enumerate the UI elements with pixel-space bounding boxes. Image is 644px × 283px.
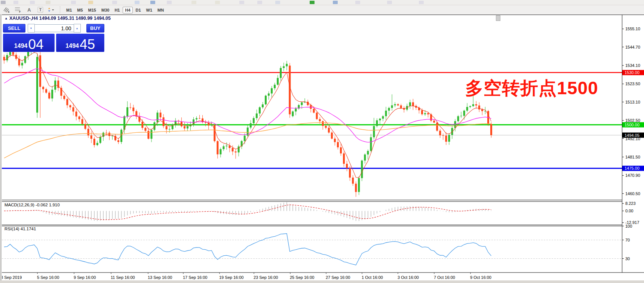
clipped-toolbar-icon [88,1,93,4]
candle-body [271,88,273,93]
candle-body [235,151,237,153]
volume-up-button[interactable]: ▲ [74,24,81,33]
candle-body [184,126,185,129]
ask-price-display[interactable]: 1494 45 [56,34,104,52]
text-box-icon[interactable]: T [36,6,45,13]
clipped-toolbar-icon [135,1,139,4]
volume-input[interactable] [35,24,74,32]
candle-body [21,63,23,65]
candle-body [436,123,438,131]
clipped-toolbar-icon [191,1,196,4]
x-tick-label: 9 Sep 16:00 [74,275,96,280]
candle-body [66,99,68,105]
clipped-toolbar-icon [13,1,18,4]
clipped-toolbar-row [0,0,644,5]
timeframe-button-M15[interactable]: M15 [86,7,98,13]
candle-body [319,119,321,121]
candle-body [93,139,95,145]
candle-body [15,55,17,59]
candle-body [463,111,465,116]
candle-body [36,57,38,113]
clipped-toolbar-icon [215,1,220,4]
ask-integer: 1494 [65,43,79,49]
candle-body [48,93,50,99]
candle-body [126,107,128,116]
candle-body [322,121,324,126]
indicators-icon[interactable]: E [2,6,11,13]
svg-text:T: T [39,8,42,12]
clipped-toolbar-icon [310,1,315,4]
candle-body [217,141,218,154]
x-tick-label: 9 Oct 16:00 [470,275,491,280]
candle-body [108,133,110,136]
candle-body [91,135,92,139]
sort-arrows-icon[interactable] [47,6,56,13]
grid-icon-letter: F [19,10,21,13]
candle-body [454,121,456,128]
timeframe-button-MN[interactable]: MN [155,7,166,13]
candle-body [132,108,134,111]
candle-body [69,105,71,107]
timeframe-button-M1[interactable]: M1 [64,7,74,13]
rsi-indicator-label: RSI(14) 41.1741 [4,227,36,231]
mt4-window: E F A T M1M5M15M30H1H4 [0,0,644,283]
candle-body [223,146,224,149]
candle-body [277,78,279,85]
candle-body [358,178,360,192]
candle-body [265,96,267,104]
macd-tick-label: 0.00 [625,209,633,213]
candle-body [39,55,41,87]
candle-body [367,151,369,155]
sell-button[interactable]: SELL [3,24,25,33]
timeframe-button-D1[interactable]: D1 [134,7,143,13]
candle-body [63,96,65,99]
candle-body [286,64,288,67]
timeframe-button-W1[interactable]: W1 [144,7,155,13]
candle-body [352,178,354,184]
candle-body [199,118,200,119]
candle-body [75,111,77,116]
one-click-trading-panel: SELL ▼ ▲ BUY 1494 04 1494 45 [3,24,104,52]
candle-body [226,146,227,147]
timeframe-button-M30[interactable]: M30 [99,7,111,13]
clipped-toolbar-icon [150,1,155,4]
candle-body [445,136,447,142]
x-tick-label: 7 Oct 16:00 [434,275,455,280]
candle-body [337,142,339,147]
candle-body [421,110,423,114]
candle-body [262,104,264,107]
candle-body [214,125,215,141]
indicators-icon-letter: E [8,10,10,13]
timeframe-button-H1[interactable]: H1 [112,7,122,13]
y-tick-label: 1513.10 [625,100,640,104]
candle-body [45,89,47,93]
bid-price-display[interactable]: 1494 04 [3,34,55,52]
candle-body [364,154,366,160]
timeframe-button-H4[interactable]: H4 [123,7,132,13]
candle-body [427,113,429,114]
y-tick-label: 1502.50 [625,118,640,123]
x-tick-label: 13 Sep 16:00 [148,275,172,280]
candle-body [99,137,101,143]
text-label-icon[interactable]: A [25,6,34,13]
grid-icon[interactable]: F [13,6,22,13]
candle-body [72,107,74,111]
candle-body [397,104,399,105]
candle-body [424,113,426,114]
candle-body [292,111,294,116]
candle-body [316,113,318,119]
chart-window[interactable]: 1555.101544.701534.101523.501513.101502.… [0,14,644,283]
volume-down-button[interactable]: ▼ [28,24,35,33]
candle-body [361,161,363,178]
chart-symbol-title: ▲XAUUSD-,H4 1494.09 1495.31 1490.99 1494… [4,16,111,21]
x-tick-label: 1 Oct 16:00 [362,275,383,280]
macd-indicator-label: MACD(12,26,9) -0.062 1.910 [4,203,60,207]
chart-canvas[interactable]: 1555.101544.701534.101523.501513.101502.… [0,14,644,283]
collapse-triangle-icon[interactable]: ▲ [4,16,8,20]
scrollbar-thumb[interactable] [496,15,500,21]
buy-button[interactable]: BUY [86,24,104,33]
candle-body [382,116,384,119]
y-tick-label: 1470.90 [625,173,640,178]
timeframe-button-M5[interactable]: M5 [75,7,85,13]
candle-body [325,126,327,128]
